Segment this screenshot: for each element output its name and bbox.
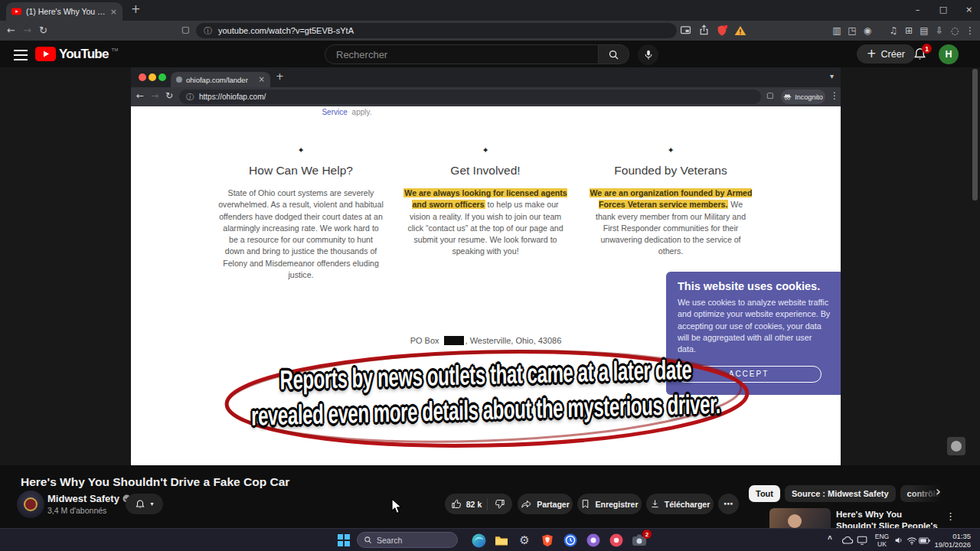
app-icon-purple[interactable]: [583, 531, 603, 549]
wifi-icon[interactable]: [906, 536, 917, 545]
inner-address-bar[interactable]: ⓘ https://ohiofap.com/: [179, 90, 761, 104]
browser-tab[interactable]: (1) Here's Why You Shouldn' ×: [6, 2, 122, 21]
traffic-zoom-icon[interactable]: [158, 73, 166, 81]
forward-button[interactable]: →: [23, 25, 31, 35]
channel-watermark[interactable]: [947, 437, 965, 455]
share-arrow-icon: [521, 498, 532, 510]
file-explorer-icon[interactable]: [492, 531, 511, 549]
language-indicator[interactable]: ENG UK: [874, 533, 890, 548]
inner-side-panel-icon[interactable]: ▢: [766, 92, 773, 99]
download-icon: [650, 499, 660, 509]
related-menu-icon[interactable]: ⋮: [946, 511, 956, 521]
column-text: We are an organization founded by Armed …: [588, 187, 753, 258]
inner-new-tab-button[interactable]: +: [276, 71, 284, 81]
chevron-down-icon: ▾: [150, 501, 153, 507]
display-tray-icon[interactable]: [857, 536, 867, 545]
reload-button[interactable]: ↻: [39, 25, 47, 35]
chip-all[interactable]: Tout: [749, 485, 780, 502]
feature-column-help: ✦ How Can We Help? State of Ohio court s…: [218, 146, 384, 281]
edge-icon[interactable]: [469, 531, 488, 549]
side-panel-icon[interactable]: ▢: [181, 25, 189, 34]
youtube-logo[interactable]: YouTube TM: [35, 47, 118, 61]
share-button[interactable]: Partager: [518, 494, 573, 514]
clock-tray[interactable]: 01:35 19/01/2026: [928, 532, 971, 549]
bell-icon: [135, 499, 145, 510]
minimize-button[interactable]: –: [906, 0, 929, 20]
page-scrollbar[interactable]: [972, 69, 978, 201]
video-player[interactable]: ohiofap.com/lander × + ▾ ← → ↻ ⓘ https:/…: [0, 67, 980, 465]
inner-back-button[interactable]: ←: [136, 91, 144, 100]
warning-extension-icon[interactable]: [733, 23, 747, 37]
save-button[interactable]: Enregistrer: [577, 494, 642, 514]
onedrive-cloud-icon[interactable]: [841, 536, 854, 545]
screen-share-icon[interactable]: [678, 23, 692, 37]
chip-source[interactable]: Source : Midwest Safety: [785, 485, 896, 502]
avatar[interactable]: H: [939, 44, 959, 64]
new-tab-button[interactable]: +: [131, 4, 141, 15]
browser-menu-icon[interactable]: ⋮: [963, 23, 977, 37]
like-count: 82 k: [466, 500, 482, 509]
terms-tail: apply.: [352, 108, 372, 116]
inner-browser-tab[interactable]: ohiofap.com/lander ×: [171, 72, 270, 87]
chips-scroll-right-icon[interactable]: ›: [936, 485, 941, 498]
clock-app-icon[interactable]: [560, 531, 580, 549]
inner-site-info-icon[interactable]: ⓘ: [186, 93, 194, 101]
tab-close-icon[interactable]: ×: [110, 8, 117, 16]
share-label: Partager: [537, 500, 570, 509]
feature-column-involved: ✦ Get Involved! We are always looking fo…: [403, 146, 568, 258]
like-button[interactable]: 82 k: [446, 498, 487, 510]
language-line2: UK: [874, 540, 890, 548]
back-button[interactable]: ←: [7, 25, 15, 35]
inner-tab-list-chevron-icon[interactable]: ▾: [830, 73, 834, 80]
chips-fade: [910, 484, 952, 504]
traffic-minimize-icon[interactable]: [149, 73, 156, 81]
feature-column-veterans: ✦ Founded by Veterans We are an organiza…: [588, 146, 753, 258]
reading-list-icon[interactable]: ▤: [917, 23, 931, 37]
url-text: youtube.com/watch?v=gt5EVB-sYtA: [218, 26, 354, 35]
media-controls-icon[interactable]: ♫: [887, 23, 900, 37]
address-bar[interactable]: ⓘ youtube.com/watch?v=gt5EVB-sYtA: [196, 23, 677, 38]
download-button[interactable]: Télécharger: [646, 494, 714, 514]
inner-tab-title: ohiofap.com/lander: [186, 76, 255, 84]
network-icon[interactable]: ◌: [948, 23, 962, 37]
tab-search-icon[interactable]: ▥: [830, 23, 844, 37]
app-icon-red[interactable]: [606, 531, 626, 549]
settings-gear-icon[interactable]: ⚙: [514, 531, 534, 549]
voice-search-button[interactable]: [638, 44, 658, 65]
profile-icon[interactable]: ◉: [861, 23, 874, 37]
close-button[interactable]: ×: [958, 0, 980, 20]
inner-reload-button[interactable]: ↻: [165, 91, 173, 100]
taskbar-search-input[interactable]: [377, 536, 446, 545]
volume-icon[interactable]: [894, 536, 904, 545]
dislike-button[interactable]: [488, 498, 511, 510]
extensions-icon[interactable]: ◳: [845, 23, 859, 37]
inner-tab-close-icon[interactable]: ×: [259, 76, 265, 83]
camera-app-icon[interactable]: 2: [629, 531, 649, 549]
share-icon[interactable]: [697, 23, 710, 37]
search-bar[interactable]: [325, 44, 599, 64]
downloads-icon[interactable]: ⇩: [933, 23, 946, 37]
youtube-favicon-icon: [11, 8, 21, 15]
search-input[interactable]: [336, 49, 587, 60]
more-actions-button[interactable]: ⋯: [718, 494, 739, 514]
apps-grid-icon[interactable]: ⊞: [902, 23, 916, 37]
maximize-button[interactable]: □: [933, 0, 955, 20]
inner-menu-icon[interactable]: ⋮: [830, 91, 839, 100]
traffic-close-icon[interactable]: [139, 73, 146, 81]
channel-name-row[interactable]: Midwest Safety: [47, 493, 131, 504]
channel-avatar[interactable]: [17, 491, 44, 518]
avatar-letter: H: [945, 49, 952, 60]
adblock-shield-icon[interactable]: [715, 23, 729, 37]
inner-forward-button[interactable]: →: [151, 91, 158, 100]
search-button[interactable]: [599, 44, 629, 64]
brave-icon[interactable]: [537, 531, 557, 549]
taskbar-search[interactable]: [357, 532, 458, 548]
create-button[interactable]: + Créer: [857, 44, 915, 64]
hamburger-menu-icon[interactable]: [14, 50, 28, 60]
start-button[interactable]: [338, 534, 350, 546]
subscriber-count: 3,4 M d'abonnés: [47, 506, 106, 515]
site-info-icon[interactable]: ⓘ: [204, 27, 212, 35]
subscribed-bell-button[interactable]: ▾: [126, 494, 163, 514]
tray-expand-icon[interactable]: ^: [828, 535, 832, 543]
terms-link[interactable]: Service: [322, 108, 347, 116]
